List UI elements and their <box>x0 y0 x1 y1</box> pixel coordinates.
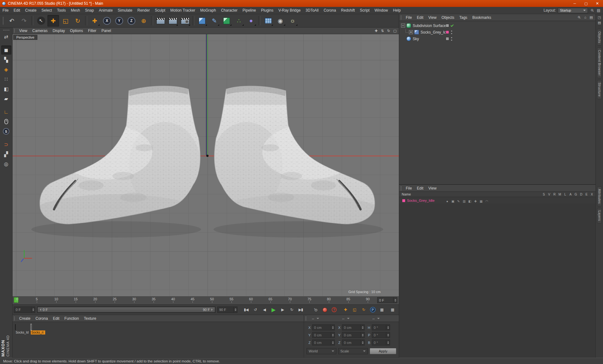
layer-toggle-icon[interactable]: ▦ <box>479 200 483 203</box>
zoom-view-icon[interactable]: ⇅ <box>380 29 385 33</box>
layer-column-header[interactable]: X <box>589 193 595 196</box>
menu-item[interactable]: Plugins <box>258 7 276 13</box>
size-mode-select[interactable]: Scale <box>338 348 368 354</box>
menu-item[interactable]: Help <box>390 7 403 13</box>
layer-chip[interactable] <box>446 24 449 27</box>
pan-view-icon[interactable]: ✚ <box>373 29 379 33</box>
viewport-menu-item[interactable]: Display <box>50 28 67 34</box>
key-parameter-toggle[interactable]: P <box>368 306 377 314</box>
search-commands-icon[interactable]: ⚲ <box>589 7 595 13</box>
expander-toggle[interactable]: − <box>401 24 405 28</box>
add-spline-button[interactable]: ✎ <box>209 15 220 27</box>
current-frame-field[interactable]: 0 F <box>14 307 35 313</box>
list-icon[interactable]: ▤ <box>597 21 602 25</box>
spinner-icon[interactable] <box>331 332 334 338</box>
next-frame-button[interactable]: ▶ <box>278 306 287 314</box>
layer-name[interactable]: Socks_Grey_Idle <box>407 199 435 202</box>
visibility-dots[interactable] <box>451 37 453 41</box>
spinner-icon[interactable] <box>386 325 390 330</box>
Subdivision Surface[interactable]: − Subdivision Surface <box>399 22 595 29</box>
move-tool[interactable]: ✚ <box>47 15 59 27</box>
points-mode-button[interactable]: ∷ <box>1 75 11 84</box>
material-menu-item[interactable]: Edit <box>50 316 62 321</box>
record-keyframe-button[interactable]: ⚲ <box>312 306 320 314</box>
add-deformer-button[interactable]: ● <box>245 15 257 27</box>
layer-toggle-icon[interactable]: ◧ <box>468 200 472 203</box>
Socks_Grey_Idle[interactable]: + Socks_Grey_Idle <box>399 29 595 35</box>
make-editable-button[interactable]: ⇄ <box>1 32 11 41</box>
menu-item[interactable]: Edit <box>11 7 23 13</box>
layer-column-header[interactable]: D <box>579 193 584 196</box>
position-field[interactable]: 0 cm <box>312 340 335 345</box>
orbit-view-icon[interactable]: ↻ <box>386 29 391 33</box>
object-name[interactable]: Subdivision Surface <box>413 24 446 28</box>
autokeying-button[interactable] <box>321 306 329 314</box>
last-used-tool[interactable]: ✚ <box>89 15 100 27</box>
material-preview-sphere[interactable] <box>31 324 31 330</box>
object-tree[interactable]: − Subdivision Surface + Socks_Grey_Idle <box>399 21 595 185</box>
model-mode-button[interactable]: ◼ <box>1 46 11 55</box>
menu-item[interactable]: V-Ray Bridge <box>276 7 303 13</box>
object-name[interactable]: Sky <box>413 37 419 41</box>
keyframe-panel-button[interactable]: ▦ <box>388 306 397 314</box>
end-frame-field[interactable]: 90 F <box>217 307 237 313</box>
viewport-canvas[interactable]: Perspective Grid Spacing : 10 cm <box>13 34 399 296</box>
home-icon[interactable]: ⌂ <box>583 15 588 19</box>
spinner-icon[interactable] <box>331 340 334 345</box>
material-menu-item[interactable]: Texture <box>81 316 99 321</box>
viewport-menu-item[interactable]: Options <box>68 28 85 34</box>
menu-item[interactable]: Tools <box>54 7 68 13</box>
slider-left-arrow-icon[interactable] <box>39 308 41 311</box>
viewport-menu-item[interactable]: View <box>17 28 30 34</box>
panel-grip[interactable] <box>305 316 307 321</box>
menu-item[interactable]: MoGraph <box>198 7 219 13</box>
panel-tab[interactable]: Structure <box>597 80 602 99</box>
spinner-icon[interactable] <box>386 340 390 345</box>
menu-item[interactable]: 3DToAll <box>303 7 321 13</box>
interaction-mode-button[interactable]: ◎ <box>1 159 11 169</box>
viewport-menu-item[interactable]: Filter <box>85 28 99 34</box>
undo-button[interactable]: ↶ <box>6 15 18 27</box>
menu-item[interactable]: Select <box>39 7 54 13</box>
texture-mode-button[interactable]: ▚ <box>1 55 11 64</box>
add-environment-button[interactable] <box>262 15 274 27</box>
coordinate-system-button[interactable]: ⊕ <box>138 15 149 27</box>
viewport-menu-item[interactable]: Panel <box>99 28 114 34</box>
position-field[interactable]: 0 cm <box>312 332 335 338</box>
menu-item[interactable]: Pipeline <box>240 7 258 13</box>
object-manager-menu-item[interactable]: Tags <box>457 15 470 20</box>
render-settings-button[interactable] <box>179 15 191 27</box>
enabled-check-icon[interactable] <box>451 24 454 27</box>
menu-item[interactable]: File <box>0 7 11 13</box>
object-manager-menu-item[interactable]: Objects <box>439 15 457 20</box>
panel-grip[interactable] <box>3 29 10 31</box>
panel-grip[interactable] <box>14 316 15 321</box>
menu-item[interactable]: Window <box>372 7 391 13</box>
ruler-frame-field[interactable]: 0 F <box>377 297 397 303</box>
layer-toggle-icon[interactable]: ◠ <box>485 200 489 203</box>
range-slider-thumb[interactable] <box>38 307 215 312</box>
rotation-field[interactable]: 0 ° <box>372 332 390 338</box>
titlebar[interactable]: CINEMA 4D R17.055 Studio (R17) - [Untitl… <box>0 0 603 7</box>
layer-toggle-icon[interactable]: ▣ <box>451 200 455 203</box>
layer-toggle-icon[interactable]: ✎ <box>456 200 461 203</box>
material-menu-item[interactable]: Corona <box>33 316 50 321</box>
spinner-icon[interactable] <box>361 332 364 338</box>
layer-column-header[interactable]: M <box>557 193 562 196</box>
add-generator-button[interactable] <box>221 15 232 27</box>
object-manager-menu-item[interactable]: Bookmarks <box>470 15 494 20</box>
material-menu-item[interactable]: Function <box>62 316 81 321</box>
interface-icon[interactable]: ▤ <box>596 8 601 13</box>
spinner-icon[interactable] <box>393 297 397 303</box>
material-item[interactable]: Socks_Id <box>15 324 30 335</box>
layer-column-header[interactable]: E <box>584 193 589 196</box>
panel-grip[interactable] <box>3 17 4 25</box>
play-loop-button[interactable]: ↻ <box>287 306 296 314</box>
material-menu-item[interactable]: Create <box>17 316 33 321</box>
name-column-header[interactable]: Name <box>399 192 411 196</box>
rotation-field[interactable]: 0 ° <box>372 324 390 330</box>
spinner-icon[interactable] <box>233 307 237 313</box>
object-manager-menu-item[interactable]: Edit <box>414 15 426 20</box>
spinner-icon[interactable] <box>386 332 390 338</box>
panel-tab[interactable]: Attributes <box>597 186 602 206</box>
